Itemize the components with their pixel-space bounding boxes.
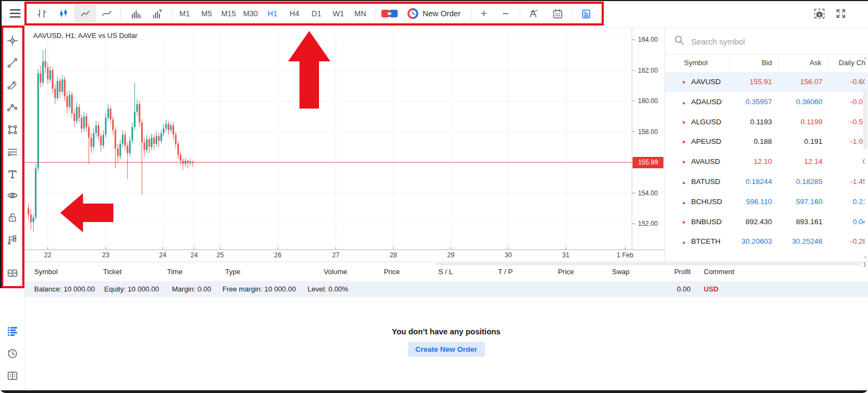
timeframe-h1[interactable]: H1 [261, 9, 284, 18]
top-toolbar: M1M5M15M30H1H4D1W1MN New Order + − [0, 0, 868, 28]
crosshair-icon[interactable] [6, 34, 19, 47]
symbol-cell: ADAUSD [691, 98, 722, 106]
positions-column-time[interactable]: Time [167, 268, 182, 276]
drawer-icon[interactable] [6, 267, 19, 280]
column-daily-change[interactable]: Daily Ch [839, 59, 865, 67]
fullscreen-icon[interactable] [830, 4, 852, 23]
news-icon[interactable] [575, 4, 597, 23]
bar-chart-icon[interactable] [31, 4, 53, 23]
bid-cell: 892.430 [727, 218, 772, 226]
time-axis-label: 30 [505, 251, 512, 259]
ask-cell: 597.160 [776, 198, 822, 206]
search-icon [674, 35, 685, 46]
buy-sell-icon[interactable] [380, 4, 399, 23]
bid-cell: 30.20603 [727, 237, 772, 245]
candlestick-chart[interactable] [24, 27, 665, 251]
history-icon[interactable] [6, 347, 19, 360]
scroll-down-icon[interactable]: ▼ [863, 255, 867, 260]
daily-change-cell: -0.58 [840, 118, 865, 126]
up-arrow-icon: ▲ [681, 239, 686, 245]
symbol-search-input[interactable] [690, 33, 844, 50]
positions-column-comment[interactable]: Comment [704, 268, 734, 276]
daily-change-cell: 0 [840, 157, 865, 166]
down-arrow-icon: ▼ [681, 139, 686, 145]
ask-cell: 893.161 [776, 218, 822, 226]
positions-column-sl[interactable]: S / L [438, 268, 453, 276]
market-watch-row[interactable]: ▼APEUSD0.1880.191-1.05 [665, 132, 868, 152]
visibility-icon[interactable] [6, 189, 19, 202]
text-icon[interactable] [6, 168, 19, 181]
timeframe-mn[interactable]: MN [349, 9, 372, 18]
market-watch-row[interactable]: ▲BATUSD0.182440.18285-1.45 [665, 172, 868, 192]
column-symbol[interactable]: Symbol [684, 59, 707, 67]
column-bid[interactable]: Bid [730, 59, 772, 67]
hamburger-menu-icon[interactable] [8, 4, 24, 23]
market-watch-row[interactable]: ▲BCHUSD596.110597.1600.21 [665, 192, 868, 212]
daily-change-value: -0.58 [840, 118, 865, 126]
timeframe-h4[interactable]: H4 [284, 9, 306, 18]
line-chart-icon[interactable] [74, 4, 96, 23]
positions-column-symbol[interactable]: Symbol [34, 268, 58, 276]
time-axis-label: 31 [562, 251, 569, 259]
channel-icon[interactable] [6, 79, 19, 92]
timeframe-m1[interactable]: M1 [174, 9, 196, 18]
symbol-search-row [665, 27, 868, 55]
volume-icon[interactable] [125, 4, 146, 23]
positions-column-swap[interactable]: Swap [612, 268, 630, 276]
market-watch-row[interactable]: ▼BNBUSD892.430893.1610.04 [665, 212, 868, 232]
sidebar-divider [6, 181, 18, 182]
timeframe-w1[interactable]: W1 [328, 9, 350, 18]
positions-column-price[interactable]: Price [522, 268, 574, 276]
new-order-button[interactable]: New Order [423, 0, 461, 27]
order-clock-icon[interactable] [406, 4, 420, 23]
positions-column-volume[interactable]: Volume [296, 268, 347, 276]
market-watch-row[interactable]: ▼ALGUSD0.11930.1199-0.58 [665, 112, 868, 132]
positions-column-ticket[interactable]: Ticket [103, 268, 122, 276]
vertical-scrollbar[interactable] [863, 90, 867, 149]
zoom-out-icon[interactable]: − [496, 4, 515, 23]
symbol-cell: AAVUSD [691, 78, 721, 86]
screenshot-icon[interactable] [808, 4, 830, 23]
candlestick-chart-icon[interactable] [53, 4, 74, 23]
trendline-icon[interactable] [6, 56, 19, 69]
daily-change-cell: -1.45 [840, 178, 865, 186]
account-summary-bar: 0.00 USD Balance: 10 000.00Equity: 10 00… [24, 281, 868, 297]
lock-icon[interactable] [6, 211, 19, 224]
market-watch-row[interactable]: ▲ADAUSD0.359570.36060-0.06 [665, 92, 868, 112]
zoom-in-icon[interactable]: + [474, 4, 494, 23]
market-watch-row[interactable]: ▼AVAUSD12.1012.140 [665, 152, 868, 172]
market-watch-row[interactable]: ▼AAVUSD155.91156.07-0.60 [665, 72, 868, 92]
timeframe-d1[interactable]: D1 [305, 9, 328, 18]
journal-icon[interactable] [6, 369, 19, 382]
smooth-line-chart-icon[interactable] [96, 4, 118, 23]
symbol-cell: BATUSD [691, 178, 720, 186]
timeframe-m5[interactable]: M5 [196, 9, 218, 18]
timeframe-m15[interactable]: M15 [218, 9, 240, 18]
tick-volume-icon[interactable] [146, 4, 168, 23]
polyline-icon[interactable] [6, 101, 19, 114]
horizontal-lines-icon[interactable] [6, 145, 19, 159]
daily-change-value: 0 [840, 157, 865, 166]
scroll-up-icon[interactable]: ▲ [863, 55, 867, 60]
daily-change-cell: -1.05 [840, 137, 865, 145]
bid-cell: 0.35957 [727, 98, 772, 106]
create-new-order-button[interactable]: Create New Order [407, 342, 484, 357]
positions-column-type[interactable]: Type [225, 268, 240, 276]
trade-list-icon[interactable] [6, 325, 19, 338]
shapes-icon[interactable] [6, 123, 19, 136]
bid-cell: 12.10 [727, 157, 772, 166]
no-positions-message: You don’t have any positions [24, 327, 868, 336]
timeframe-m30[interactable]: M30 [240, 9, 262, 18]
positions-column-tp[interactable]: T / P [498, 268, 513, 276]
indicators-icon[interactable] [523, 4, 545, 23]
calendar-icon[interactable] [547, 4, 569, 23]
account-currency: USD [704, 285, 718, 293]
column-ask[interactable]: Ask [780, 59, 821, 67]
symbol-cell: BTCETH [691, 237, 720, 245]
market-watch-row[interactable]: ▲BTCETH30.2060330.25246-0.28 [665, 232, 868, 252]
market-watch-panel: Symbol Bid Ask Daily Ch ▼AAVUSD155.91156… [665, 27, 868, 262]
positions-column-price[interactable]: Price [348, 268, 400, 276]
daily-change-cell: 0.04 [840, 218, 865, 226]
object-tree-icon[interactable] [6, 233, 19, 246]
positions-column-profit[interactable]: Profit [639, 268, 691, 276]
